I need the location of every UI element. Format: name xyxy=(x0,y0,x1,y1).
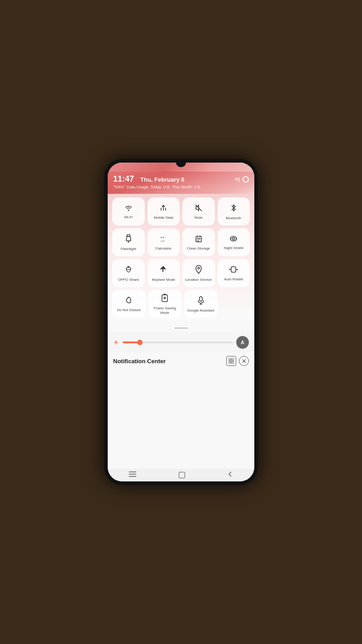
calculator-label: Calculator xyxy=(155,246,171,251)
record-icon xyxy=(243,176,249,183)
quick-tiles-panel: Wi-Fi Mobile Data xyxy=(108,194,254,321)
night-shield-icon xyxy=(229,235,238,245)
do-not-disturb-label: Do Not Disturb xyxy=(117,308,141,312)
oppo-share-label: OPPO Share xyxy=(118,278,139,282)
google-assistant-label: Google Assistant xyxy=(187,308,214,313)
notch xyxy=(176,163,186,167)
tile-auto-rotate[interactable]: Auto Rotate xyxy=(218,259,250,287)
brightness-dot xyxy=(137,340,143,345)
brightness-slider[interactable] xyxy=(123,341,233,343)
scroll-indicator xyxy=(108,321,254,332)
empty-slot xyxy=(220,290,250,318)
google-assistant-icon xyxy=(198,296,204,307)
tile-row-2: Flashlight +× −= Calculator xyxy=(112,228,250,256)
svg-point-0 xyxy=(128,210,129,211)
svg-rect-29 xyxy=(200,297,202,301)
tile-do-not-disturb[interactable]: Do Not Disturb xyxy=(112,290,146,318)
flashlight-label: Flashlight xyxy=(121,247,136,251)
tile-bluetooth[interactable]: Bluetooth xyxy=(218,197,250,226)
power-saving-label: Power Saving Mode xyxy=(150,306,180,315)
svg-rect-32 xyxy=(229,359,231,360)
flashlight-icon xyxy=(125,234,132,245)
status-date: Thu, February 6 xyxy=(140,176,185,183)
brightness-row: ☀ A xyxy=(108,332,254,352)
tile-clean-storage[interactable]: Clean Storage xyxy=(182,228,215,256)
tile-airplane-mode[interactable]: Airplane Mode xyxy=(148,259,180,287)
notification-section: Notification Center ✕ xyxy=(108,352,254,469)
calculator-icon: +× −= xyxy=(159,235,167,245)
location-icon xyxy=(195,265,202,276)
do-not-disturb-icon xyxy=(125,296,133,307)
svg-rect-34 xyxy=(229,361,231,363)
wifi-label: Wi-Fi xyxy=(124,215,133,220)
phone-frame: 11:47 Thu, February 6 ≡| "SIM1" Data Usa… xyxy=(104,159,258,485)
notification-center-title: Notification Center xyxy=(113,358,166,365)
profile-button[interactable]: A xyxy=(236,336,249,349)
oppo-share-icon xyxy=(124,265,133,276)
svg-rect-33 xyxy=(232,359,233,360)
home-icon xyxy=(179,472,185,478)
notification-clear-button[interactable]: ✕ xyxy=(239,356,249,366)
status-time: 11:47 xyxy=(113,174,134,184)
svg-rect-22 xyxy=(231,267,236,272)
notification-icon: ≡| xyxy=(235,176,240,183)
tile-row-3: OPPO Share Airplane Mode xyxy=(112,259,250,287)
tile-mute[interactable]: Mute xyxy=(182,197,215,226)
svg-rect-35 xyxy=(232,361,233,363)
svg-point-21 xyxy=(198,267,200,269)
data-usage-info: "SIM1" Data Usage, Today: 0 B, This Mont… xyxy=(113,185,249,189)
brightness-fill xyxy=(123,341,139,343)
bluetooth-label: Bluetooth xyxy=(226,216,241,221)
bluetooth-icon xyxy=(230,203,237,215)
notification-header: Notification Center ✕ xyxy=(113,356,249,366)
location-label: Location Service xyxy=(185,278,212,282)
nav-menu-button[interactable] xyxy=(129,471,137,479)
tile-mobile-data[interactable]: Mobile Data xyxy=(148,197,180,226)
airplane-mode-label: Airplane Mode xyxy=(152,278,175,282)
notch-area xyxy=(108,163,254,172)
phone-screen: 11:47 Thu, February 6 ≡| "SIM1" Data Usa… xyxy=(108,163,254,481)
navigation-bar xyxy=(108,469,254,481)
tile-calculator[interactable]: +× −= Calculator xyxy=(148,228,180,256)
tile-google-assistant[interactable]: Google Assistant xyxy=(184,290,218,318)
tile-row-4: Do Not Disturb Power Saving Mode xyxy=(112,290,250,318)
mobile-data-label: Mobile Data xyxy=(154,216,173,220)
tile-row-1: Wi-Fi Mobile Data xyxy=(112,197,250,226)
notification-actions: ✕ xyxy=(226,356,249,366)
mobile-data-icon xyxy=(159,204,167,214)
tile-location[interactable]: Location Service xyxy=(182,259,215,287)
tile-power-saving[interactable]: Power Saving Mode xyxy=(148,290,182,318)
status-icons: ≡| xyxy=(235,176,249,183)
mute-label: Mute xyxy=(195,216,203,220)
tile-wifi[interactable]: Wi-Fi xyxy=(112,197,145,226)
airplane-mode-icon xyxy=(159,265,168,276)
svg-point-19 xyxy=(126,268,131,270)
svg-rect-26 xyxy=(163,294,166,295)
night-shield-label: Night Shield xyxy=(224,246,243,250)
svg-text:−=: −= xyxy=(160,239,165,243)
scroll-handle xyxy=(174,327,188,329)
wifi-icon xyxy=(124,204,133,214)
clean-storage-icon xyxy=(195,235,202,245)
auto-rotate-icon xyxy=(229,265,238,276)
brightness-icon: ☀ xyxy=(113,339,119,346)
mute-icon xyxy=(195,204,203,214)
nav-home-button[interactable] xyxy=(179,472,185,478)
auto-rotate-label: Auto Rotate xyxy=(224,277,243,282)
tile-flashlight[interactable]: Flashlight xyxy=(112,228,145,256)
nav-back-button[interactable] xyxy=(227,471,233,479)
svg-point-16 xyxy=(233,238,235,240)
clean-storage-label: Clean Storage xyxy=(187,246,210,251)
notification-manage-button[interactable] xyxy=(226,356,236,366)
tile-night-shield[interactable]: Night Shield xyxy=(218,228,250,256)
tile-oppo-share[interactable]: OPPO Share xyxy=(112,259,145,287)
status-panel: 11:47 Thu, February 6 ≡| "SIM1" Data Usa… xyxy=(108,172,254,194)
power-saving-icon xyxy=(161,293,168,305)
